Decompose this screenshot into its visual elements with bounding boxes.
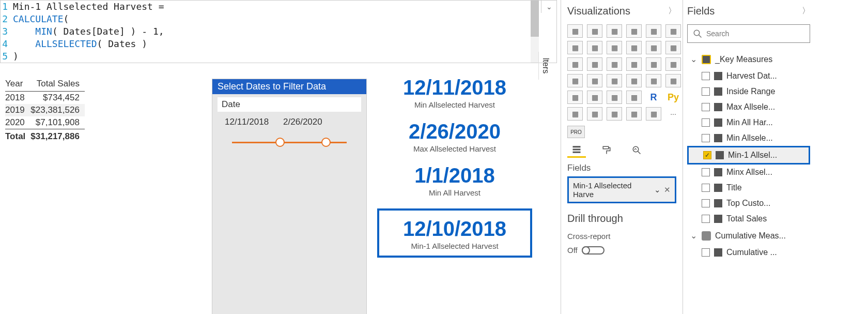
fields-well-tab[interactable] [567,142,586,158]
field-checkbox[interactable]: ✓ [703,151,711,159]
formula-code[interactable]: CALCULATE( [10,13,556,25]
card-visual[interactable]: 2/26/2020Max Allselected Harvest [377,121,532,153]
toggle-knob[interactable] [582,246,590,255]
viz-type-decomposition[interactable]: ▦ [587,107,602,121]
table-row[interactable]: 2020$7,101,908 [5,116,85,129]
field-item[interactable]: Title [687,180,810,196]
field-item[interactable]: Min Allsele... [687,130,810,146]
field-item[interactable]: Total Sales [687,211,810,227]
viz-type-slicer[interactable]: ▦ [587,91,602,104]
pro-visual-chip[interactable]: PRO [567,126,585,138]
viz-type-qa[interactable]: ▦ [607,107,622,121]
field-item[interactable]: ✓Min-1 Allsel... [687,146,810,165]
viz-type-line-stacked[interactable]: ▦ [646,41,661,54]
viz-type-funnel[interactable]: ▦ [587,57,602,71]
viz-type-gauge[interactable]: ▦ [626,74,642,87]
slicer-end-date[interactable]: 2/26/2020 [283,117,322,127]
formula-line[interactable]: 1Min-1 Allselected Harvest = [1,1,556,13]
table-row[interactable]: 2019$23,381,526 [5,104,85,116]
slicer-field-name[interactable]: Date [218,97,361,112]
viz-type-waterfall[interactable]: ▦ [567,57,583,71]
viz-type-stacked-area[interactable]: ▦ [607,41,622,54]
visualizations-collapse-chevron[interactable]: 〉 [668,6,676,17]
slicer-start-date[interactable]: 12/11/2018 [225,117,269,127]
field-checkbox[interactable] [702,118,710,127]
field-checkbox[interactable] [702,72,710,80]
formula-expand-chevron[interactable]: ⌄ [541,1,556,13]
viz-type-line-clustered[interactable]: ▦ [626,41,642,54]
viz-type-table[interactable]: ▦ [607,91,622,104]
table-row[interactable]: 2018$734,452 [5,92,85,104]
viz-type-map[interactable]: ▦ [567,74,583,87]
card-visual[interactable]: 12/11/2018Min Allselected Harvest [377,77,532,109]
field-item[interactable]: Cumulative ... [687,245,810,260]
remove-field-icon[interactable]: ✕ [664,185,671,195]
slicer-handle-start[interactable] [275,138,285,147]
field-checkbox[interactable] [702,134,710,142]
viz-type-clustered-column[interactable]: ▦ [626,24,642,38]
viz-type-paginated[interactable]: ▦ [626,107,642,121]
viz-type-matrix[interactable]: ▦ [626,91,642,104]
viz-type-treemap[interactable]: ▦ [665,57,681,71]
field-item[interactable]: Min All Har... [687,115,810,130]
field-item[interactable]: Top Custo... [687,196,810,211]
date-slicer[interactable]: Select Dates to Filter Data Date 12/11/2… [212,79,367,314]
formula-code[interactable]: ALLSELECTED( Dates ) [10,38,556,50]
formula-bar[interactable]: 1Min-1 Allselected Harvest = 2CALCULATE(… [0,0,557,63]
formula-scrollbar[interactable] [531,1,539,63]
formula-code[interactable]: Min-1 Allselected Harvest = [10,1,556,13]
viz-type-card[interactable]: ▦ [646,74,661,87]
viz-type-stacked-bar[interactable]: ▦ [567,24,583,38]
sales-table-visual[interactable]: Year Total Sales 2018$734,4522019$23,381… [5,77,85,143]
formula-scrollbar-thumb[interactable] [531,1,539,37]
viz-type-pie[interactable]: ▦ [626,57,642,71]
viz-type-donut[interactable]: ▦ [646,57,661,71]
viz-type-clustered-bar[interactable]: ▦ [587,24,602,38]
format-tab[interactable] [597,142,616,158]
field-checkbox[interactable] [702,103,710,111]
formula-code[interactable]: ) [10,50,556,63]
cross-report-toggle[interactable]: Off [567,246,676,255]
viz-type-stacked-bar-100[interactable]: ▦ [646,24,661,38]
card-visual[interactable]: 1/1/2018Min All Harvest [377,165,532,197]
viz-type-filled-map[interactable]: ▦ [587,74,602,87]
viz-type-ellipsis[interactable]: ··· [665,107,681,121]
field-checkbox[interactable] [702,199,710,207]
viz-type-ribbon[interactable]: ▦ [665,41,681,54]
analytics-tab[interactable] [627,142,646,158]
filters-pane-collapsed[interactable]: lters [538,52,552,80]
formula-code[interactable]: MIN( Dates[Date] ) - 1, [10,25,556,38]
viz-type-multi-row-card[interactable]: ▦ [665,74,681,87]
formula-line[interactable]: 5) [1,50,556,63]
slicer-handle-end[interactable] [321,138,331,147]
card-visual[interactable]: 12/10/2018Min-1 Allselected Harvest [377,208,532,258]
sales-col-year[interactable]: Year [5,77,30,92]
viz-type-scatter[interactable]: ▦ [607,57,622,71]
viz-type-shape-map[interactable]: ▦ [607,74,622,87]
viz-type-area[interactable]: ▦ [587,41,602,54]
fields-well-item[interactable]: Min-1 Allselected Harve ⌄ ✕ [567,176,676,203]
toggle-track[interactable] [582,246,605,255]
viz-type-r-visual[interactable]: R [646,91,661,104]
viz-type-python-visual[interactable]: Py [665,91,681,104]
field-item[interactable]: Harvest Dat... [687,68,810,84]
field-item[interactable]: Max Allsele... [687,99,810,115]
sales-col-total[interactable]: Total Sales [30,77,85,92]
viz-type-more-visuals[interactable]: ▦ [646,107,661,121]
chevron-down-icon[interactable]: ⌄ [654,185,661,195]
field-checkbox[interactable] [702,248,710,257]
formula-line[interactable]: 3 MIN( Dates[Date] ) - 1, [1,25,556,38]
viz-type-clustered-column-100[interactable]: ▦ [665,24,681,38]
formula-line[interactable]: 4 ALLSELECTED( Dates ) [1,38,556,50]
field-group-header[interactable]: ⌄_Key Measures [687,50,810,68]
fields-search-input[interactable]: Search [687,24,810,43]
field-checkbox[interactable] [702,87,710,96]
formula-line[interactable]: 2CALCULATE( [1,13,556,25]
viz-type-line[interactable]: ▦ [567,41,583,54]
field-checkbox[interactable] [702,215,710,223]
field-item[interactable]: Inside Range [687,84,810,99]
fields-collapse-chevron[interactable]: 〉 [802,6,810,17]
viz-type-stacked-column[interactable]: ▦ [607,24,622,38]
slicer-range-track[interactable] [232,137,347,149]
viz-type-kpi[interactable]: ▦ [567,91,583,104]
